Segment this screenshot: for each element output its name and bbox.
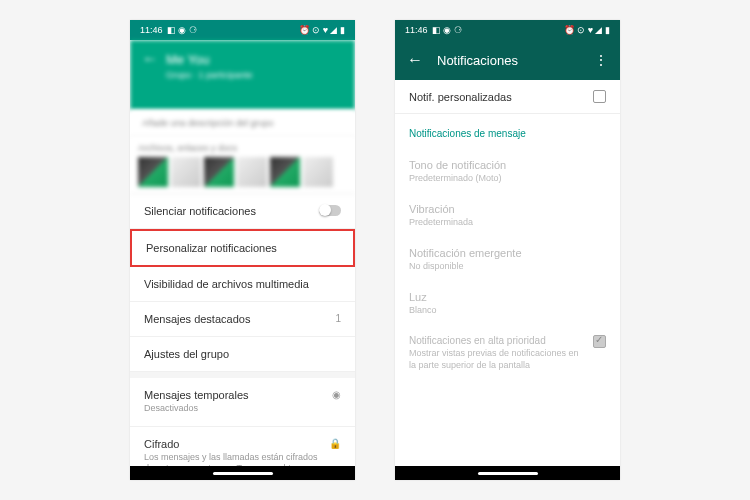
notifications-header: ← Notificaciones ⋮ <box>395 40 620 80</box>
media-thumb[interactable] <box>270 157 300 187</box>
media-thumb[interactable] <box>237 157 267 187</box>
encryption-row[interactable]: Cifrado Los mensajes y las llamadas está… <box>130 427 355 466</box>
disappearing-messages-row[interactable]: Mensajes temporales Desactivados ◉ <box>130 378 355 427</box>
vib-title: Vibración <box>409 203 606 215</box>
status-icons-right: ⏰ ⊙ ♥ ◢ ▮ <box>564 25 610 35</box>
nav-pill[interactable] <box>213 472 273 475</box>
media-thumbnails <box>138 157 347 187</box>
visibility-label: Visibilidad de archivos multimedia <box>144 278 341 290</box>
status-icons-left: ◧ ◉ ⚆ <box>432 25 462 35</box>
group-subtitle: Grupo · 1 participante <box>166 70 343 80</box>
priority-title: Notificaciones en alta prioridad <box>409 335 585 346</box>
lock-icon: 🔒 <box>329 438 341 449</box>
media-thumb[interactable] <box>138 157 168 187</box>
temp-sub: Desactivados <box>144 403 322 415</box>
media-thumb[interactable] <box>171 157 201 187</box>
header-title: Notificaciones <box>437 53 594 68</box>
message-notifications-section: Notificaciones de mensaje <box>395 114 620 149</box>
media-thumb[interactable] <box>303 157 333 187</box>
timer-icon: ◉ <box>332 389 341 400</box>
group-name: Me You <box>166 52 209 67</box>
group-description-hint[interactable]: Añade una descripción del grupo <box>130 110 355 137</box>
starred-label: Mensajes destacados <box>144 313 325 325</box>
status-bar: 11:46 ◧ ◉ ⚆ ⏰ ⊙ ♥ ◢ ▮ <box>395 20 620 40</box>
cipher-sub: Los mensajes y las llamadas están cifrad… <box>144 452 319 466</box>
overflow-icon[interactable]: ⋮ <box>594 52 608 68</box>
status-time: 11:46 <box>405 25 428 35</box>
light-sub: Blanco <box>409 305 606 315</box>
cipher-title: Cifrado <box>144 438 319 450</box>
group-header: ← Me You Grupo · 1 participante <box>130 40 355 110</box>
light-row: Luz Blanco <box>395 281 620 325</box>
popup-notification-row: Notificación emergente No disponible <box>395 237 620 281</box>
custom-checkbox[interactable] <box>593 90 606 103</box>
status-bar: 11:46 ◧ ◉ ⚆ ⏰ ⊙ ♥ ◢ ▮ <box>130 20 355 40</box>
back-icon[interactable]: ← <box>407 51 423 69</box>
vibration-row: Vibración Predeterminada <box>395 193 620 237</box>
media-thumb[interactable] <box>204 157 234 187</box>
starred-messages-row[interactable]: Mensajes destacados 1 <box>130 302 355 337</box>
media-label: Archivos, enlaces y docs <box>138 143 347 153</box>
status-icons-right: ⏰ ⊙ ♥ ◢ ▮ <box>299 25 345 35</box>
status-icons-left: ◧ ◉ ⚆ <box>167 25 197 35</box>
notification-settings-list: Notif. personalizadas Notificaciones de … <box>395 80 620 466</box>
phone-group-info: 11:46 ◧ ◉ ⚆ ⏰ ⊙ ♥ ◢ ▮ ← Me You Grupo · 1… <box>130 20 355 480</box>
settings-list: Silenciar notificaciones Personalizar no… <box>130 194 355 466</box>
tone-title: Tono de notificación <box>409 159 606 171</box>
media-section[interactable]: Archivos, enlaces y docs <box>130 137 355 194</box>
customize-notifications-row[interactable]: Personalizar notificaciones <box>130 229 355 267</box>
priority-sub: Mostrar vistas previas de notificaciones… <box>409 348 585 371</box>
popup-title: Notificación emergente <box>409 247 606 259</box>
back-icon[interactable]: ← <box>142 50 158 68</box>
notification-tone-row: Tono de notificación Predeterminado (Mot… <box>395 149 620 193</box>
customize-label: Personalizar notificaciones <box>146 242 339 254</box>
group-settings-row[interactable]: Ajustes del grupo <box>130 337 355 372</box>
nav-pill[interactable] <box>478 472 538 475</box>
android-nav-bar <box>395 466 620 480</box>
light-title: Luz <box>409 291 606 303</box>
custom-label: Notif. personalizadas <box>409 91 512 103</box>
popup-sub: No disponible <box>409 261 606 271</box>
tone-sub: Predeterminado (Moto) <box>409 173 606 183</box>
custom-notifications-row[interactable]: Notif. personalizadas <box>395 80 620 114</box>
mute-toggle[interactable] <box>319 205 341 216</box>
phone-notifications: 11:46 ◧ ◉ ⚆ ⏰ ⊙ ♥ ◢ ▮ ← Notificaciones ⋮… <box>395 20 620 480</box>
high-priority-row: Notificaciones en alta prioridad Mostrar… <box>395 325 620 381</box>
mute-label: Silenciar notificaciones <box>144 205 319 217</box>
android-nav-bar <box>130 466 355 480</box>
vib-sub: Predeterminada <box>409 217 606 227</box>
mute-notifications-row[interactable]: Silenciar notificaciones <box>130 194 355 229</box>
status-time: 11:46 <box>140 25 163 35</box>
temp-title: Mensajes temporales <box>144 389 322 401</box>
priority-checkbox <box>593 335 606 348</box>
starred-count: 1 <box>335 313 341 324</box>
group-settings-label: Ajustes del grupo <box>144 348 341 360</box>
media-visibility-row[interactable]: Visibilidad de archivos multimedia <box>130 267 355 302</box>
